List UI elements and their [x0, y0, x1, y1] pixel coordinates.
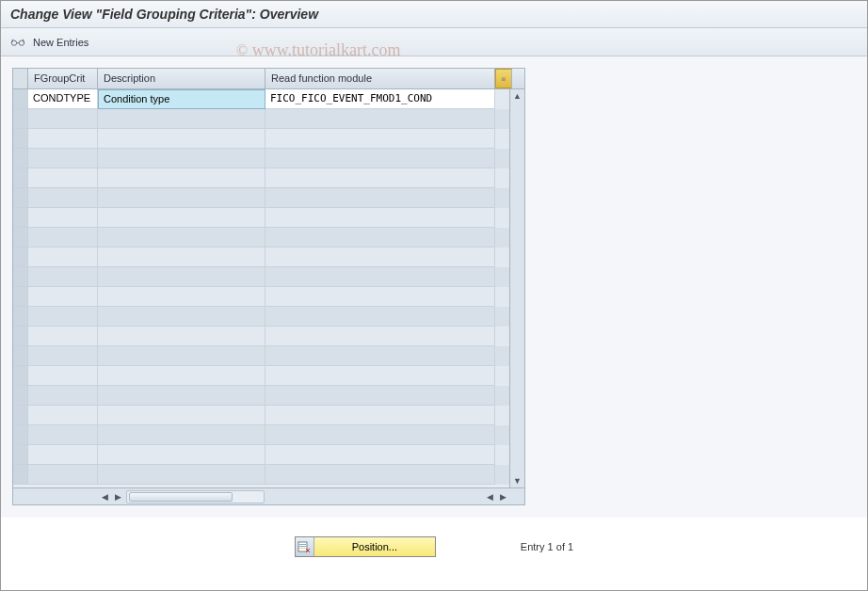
cell-fgroupcrit[interactable]	[28, 406, 98, 425]
table-row[interactable]	[13, 267, 524, 287]
table-row[interactable]	[13, 188, 524, 208]
row-selector[interactable]	[13, 208, 28, 228]
cell-readfn[interactable]	[265, 346, 495, 366]
table-row[interactable]	[13, 307, 524, 327]
table-row[interactable]	[13, 465, 524, 485]
column-header-description[interactable]: Description	[98, 69, 265, 88]
table-row[interactable]	[13, 149, 524, 168]
cell-description[interactable]	[98, 228, 265, 248]
cell-fgroupcrit[interactable]	[28, 168, 98, 188]
row-selector[interactable]	[13, 149, 28, 168]
cell-readfn[interactable]	[265, 188, 495, 208]
cell-fgroupcrit[interactable]	[28, 248, 98, 267]
table-row[interactable]	[13, 129, 524, 149]
table-row[interactable]	[13, 248, 524, 267]
row-selector[interactable]	[13, 248, 28, 267]
position-button[interactable]: Position...	[295, 536, 436, 557]
row-selector[interactable]	[13, 168, 28, 188]
table-row[interactable]	[13, 327, 524, 346]
cell-readfn[interactable]	[265, 228, 495, 248]
cell-description[interactable]	[98, 425, 265, 445]
table-row[interactable]	[13, 366, 524, 386]
table-row[interactable]	[13, 425, 524, 445]
cell-description[interactable]	[98, 188, 265, 208]
cell-description[interactable]	[98, 366, 265, 386]
row-selector[interactable]	[13, 327, 28, 346]
cell-description[interactable]	[98, 208, 265, 228]
row-selector[interactable]	[13, 267, 28, 287]
row-selector[interactable]	[13, 386, 28, 406]
table-row[interactable]	[13, 287, 524, 307]
row-selector[interactable]	[13, 307, 28, 327]
cell-fgroupcrit[interactable]: CONDTYPE	[28, 89, 98, 109]
vertical-scrollbar[interactable]: ▲ ▼	[509, 89, 524, 487]
table-row[interactable]	[13, 406, 524, 425]
scroll-right-icon[interactable]: ▶	[111, 490, 124, 503]
table-row[interactable]	[13, 109, 524, 129]
cell-description[interactable]: Condition type	[98, 89, 265, 109]
cell-description[interactable]	[98, 248, 265, 267]
row-selector[interactable]	[13, 188, 28, 208]
cell-fgroupcrit[interactable]	[28, 465, 98, 485]
cell-fgroupcrit[interactable]	[28, 129, 98, 149]
cell-fgroupcrit[interactable]	[28, 267, 98, 287]
cell-description[interactable]	[98, 327, 265, 346]
cell-fgroupcrit[interactable]	[28, 228, 98, 248]
cell-fgroupcrit[interactable]	[28, 307, 98, 327]
scroll-down-icon[interactable]: ▼	[511, 474, 524, 487]
cell-description[interactable]	[98, 465, 265, 485]
cell-description[interactable]	[98, 129, 265, 149]
table-row[interactable]	[13, 228, 524, 248]
cell-readfn[interactable]	[265, 109, 495, 129]
cell-description[interactable]	[98, 168, 265, 188]
cell-description[interactable]	[98, 307, 265, 327]
cell-readfn[interactable]	[265, 129, 495, 149]
cell-fgroupcrit[interactable]	[28, 346, 98, 366]
cell-readfn[interactable]	[265, 366, 495, 386]
cell-fgroupcrit[interactable]	[28, 386, 98, 406]
row-selector[interactable]	[13, 406, 28, 425]
table-row[interactable]	[13, 168, 524, 188]
cell-description[interactable]	[98, 149, 265, 168]
table-row[interactable]	[13, 346, 524, 366]
cell-readfn[interactable]	[265, 307, 495, 327]
column-header-readfn[interactable]: Read function module	[265, 69, 495, 88]
cell-readfn[interactable]	[265, 445, 495, 465]
new-entries-button[interactable]: New Entries	[33, 37, 88, 48]
row-selector[interactable]	[13, 465, 28, 485]
cell-readfn[interactable]	[265, 208, 495, 228]
scroll-up-icon[interactable]: ▲	[511, 89, 524, 103]
cell-readfn[interactable]	[265, 149, 495, 168]
table-row[interactable]	[13, 208, 524, 228]
cell-readfn[interactable]: FICO_FICO_EVENT_FMOD1_COND	[265, 89, 495, 109]
row-selector[interactable]	[13, 346, 28, 366]
row-selector[interactable]	[13, 287, 28, 307]
cell-description[interactable]	[98, 445, 265, 465]
scroll-right2-icon[interactable]: ▶	[496, 490, 509, 503]
cell-description[interactable]	[98, 109, 265, 129]
cell-description[interactable]	[98, 406, 265, 425]
scroll-left2-icon[interactable]: ◀	[483, 490, 496, 503]
cell-readfn[interactable]	[265, 386, 495, 406]
cell-fgroupcrit[interactable]	[28, 149, 98, 168]
cell-readfn[interactable]	[265, 465, 495, 485]
cell-description[interactable]	[98, 287, 265, 307]
cell-readfn[interactable]	[265, 406, 495, 425]
table-row[interactable]: CONDTYPECondition typeFICO_FICO_EVENT_FM…	[13, 89, 524, 109]
cell-fgroupcrit[interactable]	[28, 327, 98, 346]
cell-fgroupcrit[interactable]	[28, 366, 98, 386]
cell-description[interactable]	[98, 267, 265, 287]
row-selector[interactable]	[13, 445, 28, 465]
horizontal-scrollbar[interactable]: ◀ ▶ ◀ ▶	[13, 487, 524, 504]
cell-description[interactable]	[98, 386, 265, 406]
row-selector[interactable]	[13, 109, 28, 129]
row-selector[interactable]	[13, 425, 28, 445]
cell-fgroupcrit[interactable]	[28, 287, 98, 307]
cell-readfn[interactable]	[265, 425, 495, 445]
row-selector[interactable]	[13, 89, 28, 109]
table-row[interactable]	[13, 386, 524, 406]
scroll-thumb[interactable]	[129, 492, 233, 502]
scroll-track[interactable]	[126, 490, 265, 503]
row-selector[interactable]	[13, 129, 28, 149]
cell-fgroupcrit[interactable]	[28, 188, 98, 208]
